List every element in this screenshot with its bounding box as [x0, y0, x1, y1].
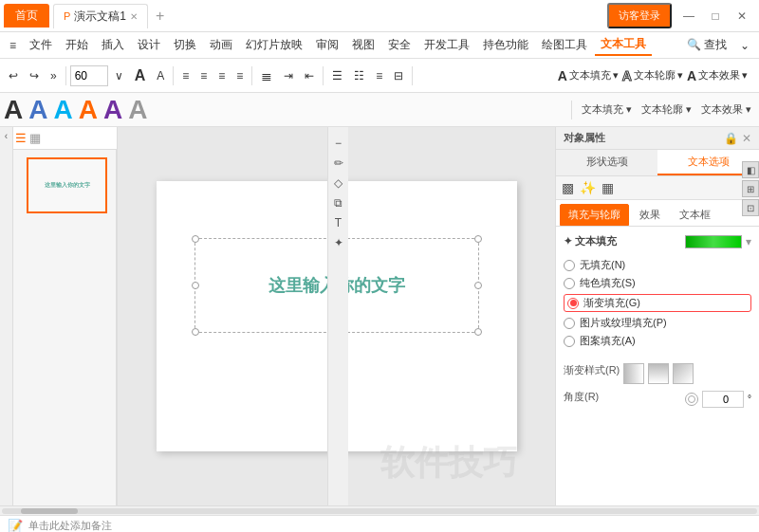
- menu-security[interactable]: 安全: [382, 35, 417, 55]
- tool-pencil[interactable]: ✏: [330, 155, 347, 172]
- font-size-input[interactable]: [70, 65, 108, 86]
- outline-view-icon[interactable]: ▦: [29, 131, 41, 145]
- text-fill-tool[interactable]: 文本填充 ▾: [578, 101, 636, 119]
- sub-tab-effects[interactable]: 效果: [631, 204, 669, 226]
- doc-tab[interactable]: P 演示文稿1 ✕: [53, 4, 148, 28]
- tab-shape-options[interactable]: 形状选项: [556, 150, 657, 175]
- text-effect-tool[interactable]: 文本效果 ▾: [697, 101, 755, 119]
- radio-gradient-fill[interactable]: 渐变填充(G): [564, 294, 751, 312]
- text-outline-tool[interactable]: 文本轮廓 ▾: [638, 101, 695, 119]
- radio-solid-fill[interactable]: 纯色填充(S): [564, 276, 751, 290]
- font-size-a-small[interactable]: A: [152, 67, 169, 84]
- tool-text[interactable]: T: [330, 214, 347, 231]
- angle-input[interactable]: [702, 391, 744, 408]
- font-size-a-large[interactable]: A: [130, 65, 151, 86]
- text-fill-color-bar[interactable]: [685, 235, 742, 248]
- indent-dec[interactable]: ⇤: [300, 67, 319, 84]
- font-sample-teal[interactable]: A: [53, 95, 72, 125]
- scroll-track[interactable]: [2, 508, 757, 514]
- font-sample-gray[interactable]: A: [128, 95, 147, 125]
- radio-picture-fill-circle[interactable]: [564, 318, 575, 329]
- visitor-login-button[interactable]: 访客登录: [607, 3, 672, 28]
- panel-close-icon[interactable]: ✕: [742, 132, 751, 145]
- radio-solid-fill-circle[interactable]: [564, 278, 575, 289]
- align-justify[interactable]: ≡: [231, 67, 248, 84]
- radio-gradient-fill-circle[interactable]: [567, 298, 579, 309]
- handle-ml[interactable]: [192, 282, 199, 289]
- home-tab[interactable]: 首页: [4, 4, 49, 28]
- add-tab-button[interactable]: +: [148, 8, 172, 25]
- grad-btn-3[interactable]: [673, 363, 694, 384]
- menu-special[interactable]: 持色功能: [477, 35, 534, 55]
- handle-mr[interactable]: [474, 282, 482, 289]
- tool-copy[interactable]: ⧉: [330, 194, 347, 211]
- radio-pattern-fill-circle[interactable]: [564, 336, 575, 347]
- menu-animation[interactable]: 动画: [204, 35, 238, 55]
- menu-hamburger[interactable]: ≡: [4, 37, 22, 54]
- menu-start[interactable]: 开始: [60, 35, 94, 55]
- menu-view[interactable]: 视图: [346, 35, 380, 55]
- menu-design[interactable]: 设计: [132, 35, 166, 55]
- align-right[interactable]: ≡: [213, 67, 230, 84]
- text-effect-btn[interactable]: A 文本效果 ▾: [687, 68, 748, 83]
- font-sample-purple[interactable]: A: [103, 95, 122, 125]
- chevron-down-icon[interactable]: ▾: [613, 69, 619, 82]
- close-tab-icon[interactable]: ✕: [130, 11, 138, 22]
- radio-no-fill-circle[interactable]: [564, 260, 575, 271]
- font-sample-blue[interactable]: A: [28, 95, 47, 125]
- thumb-view-icon[interactable]: ☰: [15, 131, 27, 145]
- menu-devtools[interactable]: 开发工具: [418, 35, 475, 55]
- menu-review[interactable]: 审阅: [310, 35, 344, 55]
- menu-search[interactable]: 🔍 查找: [681, 35, 732, 55]
- text-outline-btn[interactable]: A 文本轮廓 ▾: [622, 68, 683, 83]
- list-number[interactable]: ☷: [349, 67, 369, 84]
- panel-lock-icon[interactable]: 🔒: [724, 132, 738, 145]
- menu-drawtool[interactable]: 绘图工具: [536, 35, 593, 55]
- text-fill-btn[interactable]: A 文本填充 ▾: [558, 68, 619, 83]
- maximize-button[interactable]: □: [702, 3, 729, 29]
- toolbar-more[interactable]: »: [46, 67, 62, 84]
- toolbar-undo[interactable]: ↩: [4, 67, 23, 84]
- line-spacing[interactable]: ≣: [256, 66, 277, 85]
- side-icon-3[interactable]: ⊡: [742, 199, 759, 216]
- tool-special[interactable]: ✦: [330, 234, 347, 251]
- radio-pattern-fill[interactable]: 图案填充(A): [564, 334, 751, 348]
- tool-minus[interactable]: −: [330, 135, 347, 152]
- align-left[interactable]: ≡: [177, 67, 194, 84]
- indent-inc[interactable]: ⇥: [279, 67, 298, 84]
- grad-btn-1[interactable]: [623, 363, 644, 384]
- angle-radio1[interactable]: [685, 393, 698, 406]
- list-bullet[interactable]: ☰: [327, 67, 347, 84]
- font-sample-orange[interactable]: A: [79, 95, 98, 125]
- scroll-thumb[interactable]: [21, 508, 78, 514]
- fill-icon[interactable]: ▩: [562, 180, 574, 195]
- chevron-down-icon2[interactable]: ▾: [677, 69, 683, 82]
- col-layout[interactable]: ⊟: [389, 67, 408, 84]
- menu-texttool[interactable]: 文本工具: [595, 34, 652, 56]
- handle-bl[interactable]: [192, 328, 199, 336]
- menu-switch[interactable]: 切换: [168, 35, 202, 55]
- horizontal-scrollbar[interactable]: [0, 505, 759, 515]
- menu-more[interactable]: ⌄: [734, 37, 755, 54]
- side-icon-2[interactable]: ⊞: [742, 180, 759, 197]
- minimize-button[interactable]: —: [676, 3, 702, 29]
- font-sample-black[interactable]: A: [4, 95, 23, 125]
- slide-thumbnail[interactable]: 这里输入你的文字: [27, 157, 107, 213]
- menu-insert[interactable]: 插入: [96, 35, 130, 55]
- menu-slideshow[interactable]: 幻灯片放映: [240, 35, 308, 55]
- sub-tab-textbox[interactable]: 文本框: [671, 204, 719, 226]
- list-more[interactable]: ≡: [371, 67, 387, 84]
- panel-collapse-arrow[interactable]: ‹: [5, 131, 8, 141]
- sub-tab-fill-outline[interactable]: 填充与轮廓: [560, 204, 629, 226]
- close-button[interactable]: ✕: [729, 3, 755, 29]
- toolbar-redo[interactable]: ↪: [25, 67, 44, 84]
- textbox-icon[interactable]: ▦: [602, 180, 614, 195]
- handle-tl[interactable]: [192, 235, 199, 243]
- menu-file[interactable]: 文件: [24, 35, 58, 55]
- radio-no-fill[interactable]: 无填充(N): [564, 258, 751, 272]
- handle-br[interactable]: [474, 328, 482, 336]
- chevron-down-icon3[interactable]: ▾: [742, 69, 748, 82]
- text-fill-expand-icon[interactable]: ▾: [746, 235, 751, 248]
- side-icon-1[interactable]: ◧: [742, 161, 759, 178]
- font-size-down[interactable]: ∨: [110, 67, 128, 84]
